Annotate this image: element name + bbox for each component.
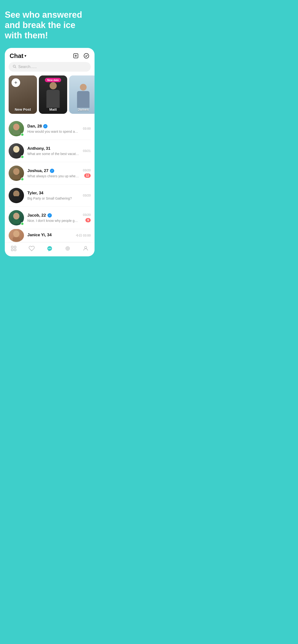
svg-rect-12 <box>13 198 20 202</box>
svg-point-24 <box>48 248 49 249</box>
chat-name-joshua: Joshua, 27 <box>27 168 49 173</box>
chat-item-jacob[interactable]: Jacob, 22 ✓ Nice. I don't know why peopl… <box>9 207 91 229</box>
chat-title-text: Chat <box>10 52 24 60</box>
new-post-plus-icon: + <box>12 78 20 87</box>
chat-item-janice[interactable]: Janice Yi, 34 今日 03:00 <box>9 229 91 242</box>
chat-item-anthony[interactable]: Anthony, 31 What are some of the best va… <box>9 140 91 162</box>
avatar-wrap-janice <box>9 229 24 242</box>
edit-icon[interactable] <box>72 52 79 59</box>
svg-rect-19 <box>12 249 14 251</box>
svg-rect-17 <box>12 246 14 248</box>
chat-info-tyler: Tyler, 34 Big Party or Small Gathering? <box>27 191 79 200</box>
svg-line-3 <box>15 67 16 68</box>
chat-dropdown-caret: ▾ <box>25 54 26 58</box>
svg-point-27 <box>66 246 69 250</box>
header-actions <box>72 52 90 59</box>
svg-point-25 <box>49 248 50 249</box>
app-card: Chat ▾ Search.. <box>5 48 95 256</box>
chat-preview-anthony: What are some of the best vacations… <box>27 152 79 156</box>
chat-name-jacob: Jacob, 22 <box>27 213 46 218</box>
chat-info-jacob: Jacob, 22 ✓ Nice. I don't know why peopl… <box>27 213 79 222</box>
svg-point-26 <box>50 248 51 249</box>
svg-point-4 <box>13 124 20 130</box>
chat-time-dan: 03:00 <box>83 127 91 130</box>
nav-item-heart[interactable] <box>29 245 35 252</box>
bottom-nav <box>5 242 95 256</box>
verified-badge-joshua: ✓ <box>50 169 54 173</box>
chat-preview-dan: How would you want to spend a… <box>27 130 79 134</box>
svg-rect-20 <box>14 249 16 251</box>
chat-item-tyler[interactable]: Tyler, 34 Big Party or Small Gathering? … <box>9 184 91 207</box>
chat-info-janice: Janice Yi, 34 <box>27 233 72 238</box>
svg-point-1 <box>84 54 89 58</box>
avatar-wrap-joshua <box>9 166 24 181</box>
chat-preview-jacob: Nice. I don't know why people get all wo… <box>27 219 79 222</box>
chat-info-joshua: Joshua, 27 ✓ What always cheers you up w… <box>27 168 79 178</box>
unread-badge-jacob: 9 <box>85 218 91 222</box>
nav-item-profile[interactable] <box>83 245 89 252</box>
chat-meta-janice: 今日 03:00 <box>76 233 91 238</box>
avatar-janice <box>9 229 24 242</box>
svg-rect-7 <box>13 152 20 157</box>
svg-rect-5 <box>13 130 20 135</box>
chat-time-anthony: 03/21 <box>83 149 91 152</box>
search-icon <box>13 64 16 69</box>
search-bar[interactable]: Search...... <box>9 62 91 72</box>
avatar-tyler <box>9 188 24 203</box>
chat-time-janice: 今日 03:00 <box>76 233 91 238</box>
chat-meta-dan: 03:00 <box>83 127 91 130</box>
verified-badge-dan: ✓ <box>43 124 48 128</box>
chat-name-janice: Janice Yi, 34 <box>27 233 52 238</box>
online-dot-anthony <box>21 155 24 158</box>
svg-rect-18 <box>14 246 16 248</box>
search-placeholder: Search...... <box>18 65 37 69</box>
nav-item-chat[interactable] <box>47 245 53 252</box>
avatar-wrap-tyler <box>9 188 24 203</box>
chat-time-joshua: 03/20 <box>83 168 91 172</box>
chat-preview-tyler: Big Party or Small Gathering? <box>27 196 79 200</box>
chat-time-tyler: 03/20 <box>83 194 91 197</box>
chat-item-joshua[interactable]: Joshua, 27 ✓ What always cheers you up w… <box>9 162 91 184</box>
unread-badge-joshua: 12 <box>84 174 91 178</box>
chat-header: Chat ▾ <box>5 48 95 62</box>
story-new-post[interactable]: + New Post <box>9 76 37 114</box>
chat-name-anthony: Anthony, 31 <box>27 146 50 151</box>
svg-point-6 <box>13 146 20 152</box>
svg-rect-11 <box>12 196 21 198</box>
chat-info-dan: Dan, 28 ✓ How would you want to spend a… <box>27 124 79 134</box>
story-james-label: James <box>69 107 95 112</box>
svg-point-10 <box>13 190 20 197</box>
avatar-wrap-dan <box>9 121 24 136</box>
avatar-wrap-anthony <box>9 143 24 158</box>
avatar-wrap-jacob <box>9 210 24 226</box>
story-matt[interactable]: New date Matt <box>39 76 67 114</box>
chat-title[interactable]: Chat ▾ <box>10 52 26 60</box>
chat-info-anthony: Anthony, 31 What are some of the best va… <box>27 146 79 156</box>
verified-badge-jacob: ✓ <box>48 213 52 218</box>
checkmark-icon[interactable] <box>83 52 90 59</box>
svg-point-15 <box>13 230 20 237</box>
chat-time-jacob: 03/20 <box>83 213 91 216</box>
chat-item-dan[interactable]: Dan, 28 ✓ How would you want to spend a…… <box>9 118 91 140</box>
hero-text: See who answered and break the ice with … <box>5 10 95 41</box>
svg-rect-14 <box>13 220 20 224</box>
story-james[interactable]: James <box>69 76 95 114</box>
story-new-post-label: New Post <box>9 107 37 112</box>
chat-meta-tyler: 03/20 <box>83 194 91 197</box>
svg-point-28 <box>67 248 69 249</box>
chat-meta-anthony: 03/21 <box>83 149 91 152</box>
svg-point-8 <box>13 168 20 175</box>
svg-rect-16 <box>13 237 20 242</box>
new-date-badge: New date <box>45 78 61 82</box>
svg-rect-9 <box>13 175 20 179</box>
chat-list: Dan, 28 ✓ How would you want to spend a…… <box>5 118 95 242</box>
chat-meta-joshua: 03/20 12 <box>83 168 91 178</box>
story-matt-label: Matt <box>39 107 67 112</box>
chat-meta-jacob: 03/20 9 <box>83 213 91 222</box>
nav-item-search[interactable] <box>65 245 71 252</box>
chat-name-dan: Dan, 28 <box>27 124 42 129</box>
chat-preview-joshua: What always cheers you up when you… <box>27 174 79 178</box>
nav-item-home[interactable] <box>11 245 17 252</box>
online-dot-jacob <box>21 222 24 226</box>
svg-point-13 <box>13 213 20 220</box>
